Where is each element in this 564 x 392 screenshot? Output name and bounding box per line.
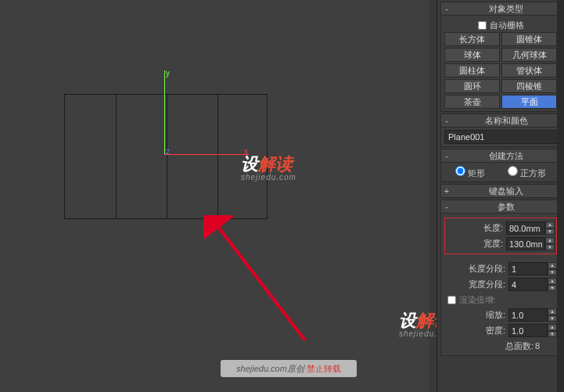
primitive-button-1[interactable]: 圆锥体 (501, 32, 557, 46)
rollup-title: 名称和颜色 (452, 115, 560, 127)
panel-scrollbar[interactable] (557, 0, 564, 392)
scale-spinner[interactable]: ▲▼ (508, 308, 557, 322)
render-mult-checkbox[interactable] (447, 296, 456, 304)
radio-square[interactable]: 正方形 (508, 166, 546, 179)
rollup-title: 对象类型 (452, 3, 560, 15)
spinner-down[interactable]: ▼ (548, 315, 557, 322)
rollup-create-method-header[interactable]: - 创建方法 (440, 149, 561, 163)
spinner-up[interactable]: ▲ (548, 308, 557, 315)
total-faces-value: 8 (533, 341, 557, 351)
spinner-down[interactable]: ▼ (545, 244, 555, 251)
annotation-arrow (203, 215, 313, 348)
rollup-create-method-body: 矩形 正方形 (440, 163, 561, 182)
rollup-name-color-header[interactable]: - 名称和颜色 (440, 113, 561, 128)
spinner-down[interactable]: ▼ (548, 269, 557, 276)
collapse-toggle[interactable]: - (441, 151, 452, 160)
primitive-button-0[interactable]: 长方体 (444, 32, 500, 46)
plane-segment (167, 95, 167, 218)
axis-label-y: y (166, 69, 170, 77)
width-seg-label: 宽度分段: (444, 279, 508, 290)
length-seg-spinner[interactable]: ▲▼ (508, 262, 557, 275)
scale-label: 缩放: (444, 309, 508, 321)
viewport[interactable]: y x z 设解读 shejiedu.com shejiedu.com原创 禁止… (0, 0, 429, 392)
rollup-object-type-body: 自动栅格 长方体圆锥体球体几何球体圆柱体管状体圆环四棱锥茶壶平面 (440, 16, 561, 112)
density-input[interactable] (508, 324, 548, 337)
plane-segment (217, 95, 218, 218)
primitive-button-6[interactable]: 圆环 (444, 79, 500, 93)
spinner-up[interactable]: ▲ (548, 324, 557, 331)
spinner-down[interactable]: ▼ (548, 285, 557, 292)
spinner-up[interactable]: ▲ (545, 221, 555, 228)
primitive-button-9[interactable]: 平面 (501, 95, 557, 109)
primitive-button-2[interactable]: 球体 (444, 48, 500, 62)
rollup-name-color-body (440, 128, 561, 147)
rollup-params-body: 长度: ▲▼ 宽度: ▲▼ 长度分段: (440, 214, 561, 356)
rollup-object-type-header[interactable]: - 对象类型 (440, 2, 561, 16)
plane-segment (116, 95, 117, 218)
width-spinner[interactable]: ▲▼ (506, 237, 555, 250)
rollup-title: 参数 (452, 201, 560, 213)
plane-object[interactable] (64, 94, 268, 219)
footer-credit: shejiedu.com原创 禁止转载 (221, 360, 357, 377)
spinner-up[interactable]: ▲ (548, 278, 557, 285)
total-faces-label: 总面数: (505, 340, 533, 352)
spinner-down[interactable]: ▼ (548, 331, 557, 338)
density-spinner[interactable]: ▲▼ (508, 324, 557, 337)
gizmo-y-axis (164, 70, 165, 155)
width-seg-spinner[interactable]: ▲▼ (508, 278, 557, 291)
length-input[interactable] (506, 221, 545, 235)
radio-rectangle[interactable]: 矩形 (455, 166, 485, 179)
command-panel: - 对象类型 自动栅格 长方体圆锥体球体几何球体圆柱体管状体圆环四棱锥茶壶平面 … (436, 0, 564, 392)
render-mult-label: 渲染倍增: (459, 294, 496, 306)
length-seg-label: 长度分段: (444, 263, 508, 275)
primitive-button-8[interactable]: 茶壶 (444, 95, 500, 109)
spinner-up[interactable]: ▲ (548, 262, 557, 269)
svg-line-0 (215, 223, 305, 340)
collapse-toggle[interactable]: - (441, 116, 452, 125)
axis-label-z: z (166, 147, 170, 156)
collapse-toggle[interactable]: - (441, 4, 452, 13)
collapse-toggle[interactable]: + (441, 186, 452, 196)
autogrid-label: 自动栅格 (490, 20, 524, 31)
collapse-toggle[interactable]: - (441, 202, 452, 211)
gizmo-x-axis (164, 154, 249, 155)
highlight-box: 长度: ▲▼ 宽度: ▲▼ (444, 218, 557, 254)
rollup-title: 创建方法 (452, 150, 560, 162)
primitive-button-4[interactable]: 圆柱体 (444, 63, 500, 77)
rollup-params-header[interactable]: - 参数 (440, 200, 561, 214)
length-label: 长度: (447, 222, 506, 234)
autogrid-checkbox[interactable] (478, 21, 487, 30)
primitive-button-7[interactable]: 四棱锥 (501, 79, 557, 93)
scale-input[interactable] (508, 308, 548, 322)
primitive-button-5[interactable]: 管状体 (501, 63, 557, 77)
rollup-keyboard-header[interactable]: + 键盘输入 (440, 184, 561, 198)
rollup-title: 键盘输入 (452, 185, 560, 197)
axis-label-x: x (244, 147, 248, 156)
primitive-button-3[interactable]: 几何球体 (501, 48, 557, 62)
width-seg-input[interactable] (508, 278, 548, 291)
spinner-up[interactable]: ▲ (545, 237, 555, 244)
length-spinner[interactable]: ▲▼ (506, 221, 555, 235)
density-label: 密度: (444, 325, 508, 336)
width-input[interactable] (506, 237, 545, 250)
spinner-down[interactable]: ▼ (545, 228, 555, 236)
length-seg-input[interactable] (508, 262, 548, 275)
width-label: 宽度: (447, 238, 506, 250)
object-name-input[interactable] (444, 130, 560, 144)
